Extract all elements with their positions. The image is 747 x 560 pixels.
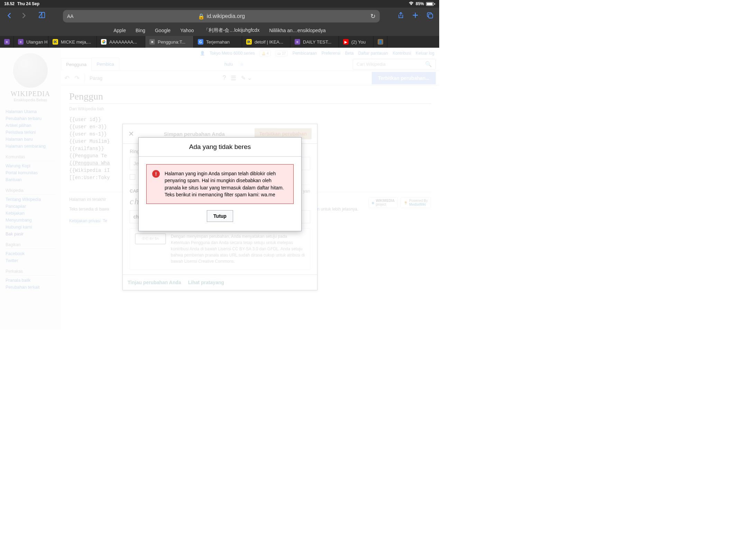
bookmark-item[interactable]: Bing: [136, 28, 145, 33]
error-message-box: ! Halaman yang ingin Anda simpan telah d…: [146, 164, 294, 204]
tab-favicon-icon: 👤: [378, 39, 383, 45]
wifi-icon: [409, 1, 414, 6]
close-error-button[interactable]: Tutup: [207, 210, 233, 222]
page-content: WIKIPEDIA Ensiklopedia Bebas Halaman Uta…: [0, 48, 439, 329]
tab-favicon-icon: ≡: [18, 39, 24, 45]
browser-tab[interactable]: 👤: [374, 36, 387, 48]
error-message: Halaman yang ingin Anda simpan telah dib…: [165, 170, 288, 198]
bookmark-item[interactable]: Yahoo: [180, 28, 194, 33]
browser-tab[interactable]: IKMICKE meja,...: [48, 36, 97, 48]
bookmark-item[interactable]: Google: [155, 28, 170, 33]
tabs-bar: ≡ ≡Ulangan H IKMICKE meja,... AAAAAAAA..…: [0, 36, 439, 48]
lock-icon: 🔒: [198, 13, 205, 20]
close-tab-icon[interactable]: ✕: [149, 39, 155, 45]
error-modal: Ada yang tidak beres ! Halaman yang ingi…: [138, 137, 302, 231]
browser-tab[interactable]: GTerjemahan: [194, 36, 242, 48]
tab-favicon-icon: IK: [246, 39, 252, 45]
share-button[interactable]: [397, 11, 405, 21]
battery-pct: 85%: [416, 1, 424, 6]
status-date: Thu 24 Sep: [17, 1, 39, 6]
browser-tab[interactable]: IKdetolf | IKEA...: [242, 36, 290, 48]
ipad-status-bar: 18.52 Thu 24 Sep 85%: [0, 0, 439, 8]
reload-button[interactable]: ↻: [370, 12, 376, 20]
url-host: id.wikipedia.org: [207, 13, 245, 19]
battery-icon: [426, 2, 435, 6]
text-size-button[interactable]: AA: [67, 13, 74, 19]
tab-favicon-icon: ▶: [343, 39, 349, 45]
browser-tab-active[interactable]: ✕Pengguna:T...: [145, 36, 194, 48]
tab-favicon-icon: [101, 39, 107, 45]
error-icon: !: [152, 170, 160, 178]
bookmark-item[interactable]: Nililikha an…ensiklopedya: [269, 28, 325, 33]
bookmark-item[interactable]: 「利用者-会…lokijuhgfcdx: [204, 27, 260, 34]
bookmarks-icon[interactable]: [38, 11, 46, 21]
tab-favicon-icon: ≡: [4, 39, 10, 45]
browser-tab[interactable]: ≡: [0, 36, 14, 48]
forward-button[interactable]: [20, 11, 28, 22]
tab-favicon-icon: G: [198, 39, 203, 45]
tab-favicon-icon: IK: [53, 39, 58, 45]
browser-tab[interactable]: ≡DAILY TEST...: [290, 36, 339, 48]
error-title: Ada yang tidak beres: [139, 138, 301, 157]
status-time: 18.52: [4, 1, 15, 6]
back-button[interactable]: [6, 11, 13, 22]
safari-chrome: AA 🔒 id.wikipedia.org ↻ Apple Bing Googl…: [0, 8, 439, 48]
svg-rect-1: [428, 14, 433, 18]
browser-tab[interactable]: AAAAAAAA...: [97, 36, 145, 48]
url-bar[interactable]: AA 🔒 id.wikipedia.org ↻: [63, 10, 380, 22]
new-tab-button[interactable]: [412, 11, 419, 21]
browser-tab[interactable]: ▶(2) You: [339, 36, 374, 48]
tabs-overview-button[interactable]: [426, 11, 434, 21]
bookmark-item[interactable]: Apple: [113, 28, 126, 33]
browser-tab[interactable]: ≡Ulangan H: [14, 36, 48, 48]
bookmarks-bar: Apple Bing Google Yahoo 「利用者-会…lokijuhgf…: [0, 25, 439, 36]
tab-favicon-icon: ≡: [295, 39, 300, 45]
